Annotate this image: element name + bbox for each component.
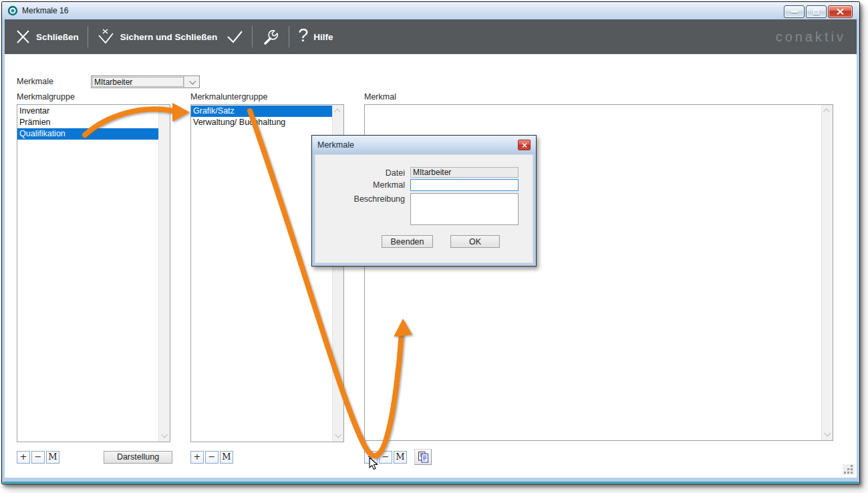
subgroup-list-rows: Grafik/Satz Verwaltung/ Buchhaltung bbox=[191, 106, 332, 128]
list-item[interactable]: Prämien bbox=[17, 117, 158, 128]
beschreibung-label: Beschreibung bbox=[315, 194, 405, 204]
toolbar-close-button[interactable]: Schließen bbox=[15, 29, 79, 44]
toolbar-close-label: Schließen bbox=[36, 32, 79, 42]
toolbar-separator bbox=[252, 26, 253, 47]
close-icon bbox=[522, 143, 527, 148]
group-m-button[interactable]: M bbox=[46, 451, 59, 464]
subgroup-column-label: Merkmaluntergruppe bbox=[190, 92, 267, 102]
window-title: Merkmale 16 bbox=[22, 6, 68, 15]
toolbar-help-label: Hilfe bbox=[313, 32, 333, 42]
dialog-titlebar: Merkmale bbox=[312, 136, 536, 154]
merkmal-column-label: Merkmal bbox=[364, 92, 396, 102]
copy-button[interactable] bbox=[414, 449, 432, 465]
merkmale-label: Merkmale bbox=[17, 77, 53, 86]
list-item[interactable]: Inventar bbox=[17, 106, 158, 117]
darstellung-button[interactable]: Darstellung bbox=[104, 451, 172, 464]
scroll-down-icon[interactable] bbox=[824, 430, 831, 437]
merkmal-remove-button[interactable]: − bbox=[379, 451, 392, 464]
restore-icon bbox=[813, 9, 819, 15]
check-icon bbox=[227, 30, 243, 43]
group-remove-button[interactable]: − bbox=[31, 451, 45, 464]
subgroup-m-button[interactable]: M bbox=[220, 451, 233, 464]
wrench-icon bbox=[261, 28, 280, 46]
toolbar: Schließen Sichern und Schließen bbox=[5, 19, 857, 54]
merkmale-dialog: Merkmale Datei Merkmal Beschreibung Been… bbox=[311, 135, 537, 267]
datei-label: Datei bbox=[315, 168, 405, 178]
toolbar-separator bbox=[289, 26, 289, 47]
resize-grip[interactable] bbox=[843, 464, 855, 475]
minimize-icon bbox=[791, 11, 798, 13]
question-icon: ? bbox=[298, 27, 308, 45]
save-close-icon bbox=[97, 29, 115, 45]
group-list: Inventar Prämien Qualifikation bbox=[17, 104, 170, 442]
dropdown-button[interactable] bbox=[184, 76, 199, 88]
toolbar-separator bbox=[88, 26, 88, 47]
ok-button[interactable]: OK bbox=[450, 235, 500, 248]
scrollbar[interactable] bbox=[158, 105, 170, 442]
brand-logo: conaktiv bbox=[776, 29, 846, 45]
list-item[interactable]: Verwaltung/ Buchhaltung bbox=[191, 117, 332, 128]
merkmal-input[interactable] bbox=[410, 179, 519, 191]
dialog-body: Datei Merkmal Beschreibung Beenden OK bbox=[315, 154, 533, 263]
close-window-button[interactable] bbox=[828, 5, 853, 18]
scrollbar[interactable] bbox=[821, 105, 833, 440]
merkmale-dropdown[interactable]: MItarbeiter bbox=[91, 75, 200, 88]
close-icon bbox=[837, 9, 844, 15]
group-list-rows: Inventar Prämien Qualifikation bbox=[17, 106, 158, 140]
list-item-selected[interactable]: Grafik/Satz bbox=[191, 106, 332, 117]
dialog-close-button[interactable] bbox=[518, 140, 531, 150]
scroll-up-icon[interactable] bbox=[823, 108, 830, 115]
toolbar-save-close-label: Sichern und Schließen bbox=[120, 32, 218, 42]
window-controls bbox=[784, 5, 853, 18]
toolbar-tools-button[interactable] bbox=[261, 28, 280, 46]
group-add-button[interactable]: + bbox=[17, 451, 30, 464]
merkmal-add-button[interactable]: + bbox=[364, 451, 378, 464]
restore-button[interactable] bbox=[806, 5, 827, 18]
beenden-button[interactable]: Beenden bbox=[382, 235, 433, 248]
datei-field bbox=[410, 167, 519, 178]
copy-icon bbox=[418, 452, 429, 463]
merkmal-label: Merkmal bbox=[315, 180, 405, 190]
chevron-down-icon bbox=[189, 78, 196, 85]
screenshot-stage: Merkmale 16 Schließen bbox=[0, 0, 868, 493]
subgroup-remove-button[interactable]: − bbox=[205, 451, 219, 464]
scroll-down-icon[interactable] bbox=[335, 432, 341, 438]
merkmale-dropdown-value: MItarbeiter bbox=[92, 77, 184, 87]
minimize-button[interactable] bbox=[784, 5, 805, 18]
toolbar-save-close-button[interactable]: Sichern und Schließen bbox=[97, 29, 244, 45]
merkmal-m-button[interactable]: M bbox=[394, 451, 407, 464]
close-x-icon bbox=[15, 29, 31, 44]
group-column-label: Merkmalgruppe bbox=[17, 92, 75, 102]
list-item-selected[interactable]: Qualifikation bbox=[17, 128, 158, 140]
scroll-up-icon[interactable] bbox=[334, 108, 341, 115]
window-titlebar: Merkmale 16 bbox=[2, 2, 859, 19]
dialog-title: Merkmale bbox=[317, 140, 354, 150]
grip-dots-icon bbox=[851, 472, 853, 474]
toolbar-help-button[interactable]: ? Hilfe bbox=[298, 28, 333, 46]
subgroup-add-button[interactable]: + bbox=[190, 451, 204, 464]
scroll-down-icon[interactable] bbox=[161, 432, 168, 438]
beschreibung-textarea[interactable] bbox=[410, 193, 519, 225]
scroll-up-icon[interactable] bbox=[160, 108, 167, 115]
app-icon bbox=[7, 5, 18, 16]
